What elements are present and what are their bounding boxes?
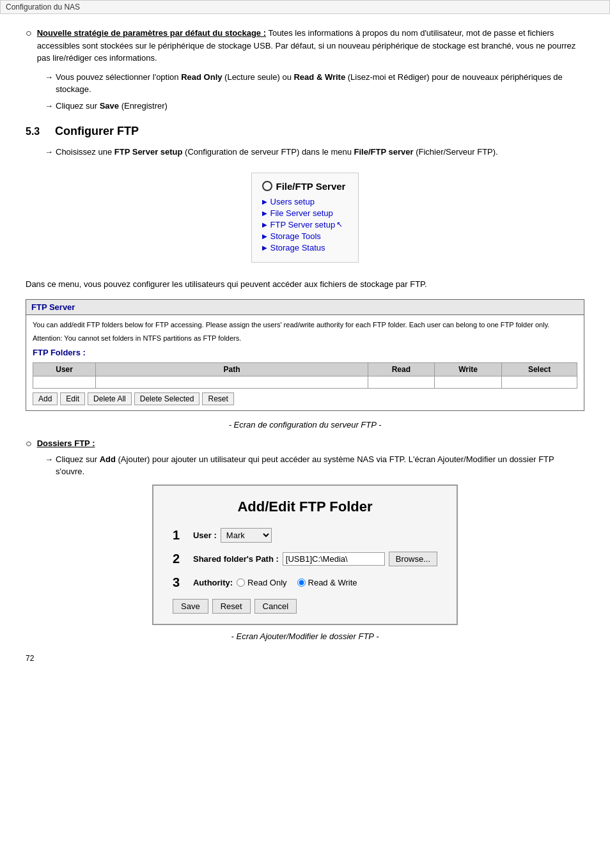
empty-cell-1 <box>33 376 96 388</box>
dossier-label: Dossiers FTP : <box>37 438 95 448</box>
ftp-buttons: Add Edit Delete All Delete Selected Rese… <box>33 392 577 405</box>
ftp-table-header-path: Path <box>96 362 368 376</box>
ftp-info-line-1: You can add/edit FTP folders below for F… <box>33 320 577 330</box>
form-label-user: User : <box>193 531 217 540</box>
menu-item-storage-status[interactable]: ▶ Storage Status <box>262 243 346 252</box>
arrow-icon-dossier: → <box>45 453 53 466</box>
ftp-info-line-2: Attention: You cannot set folders in NTF… <box>33 334 577 343</box>
form-row-user: 1 User : Mark Admin Guest <box>173 528 437 543</box>
caption-1: - Ecran de configuration du serveur FTP … <box>26 420 584 430</box>
form-label-authority: Authority: <box>193 578 233 587</box>
ftp-server-body: You can add/edit FTP folders below for F… <box>26 315 584 410</box>
radio-read-write-input[interactable] <box>297 578 306 587</box>
form-cancel-button[interactable]: Cancel <box>254 599 297 614</box>
circle-bullet-dossier: ○ <box>26 438 32 449</box>
add-edit-ftp-folder: Add/Edit FTP Folder 1 User : Mark Admin … <box>152 484 458 625</box>
caption-2: - Ecran Ajouter/Modifier le dossier FTP … <box>26 632 584 641</box>
form-row-authority: 3 Authority: Read Only Read & Write <box>173 575 437 590</box>
add-edit-title: Add/Edit FTP Folder <box>173 499 437 515</box>
menu-circle-icon <box>262 181 272 191</box>
section-arrow: → Choisissez une FTP Server setup (Confi… <box>45 146 584 159</box>
arrow-icon-2: → <box>45 100 53 112</box>
form-reset-button[interactable]: Reset <box>212 599 251 614</box>
form-label-path: Shared folder's Path : <box>193 554 279 564</box>
section-title: Configurer FTP <box>55 125 139 138</box>
form-buttons: Save Reset Cancel <box>173 599 437 614</box>
triangle-icon-2: ▶ <box>262 210 267 217</box>
radio-read-only[interactable]: Read Only <box>237 578 286 587</box>
bullet-text-1: Nouvelle stratégie de paramètres par déf… <box>37 27 584 65</box>
menu-item-label-5: Storage Status <box>270 243 325 252</box>
form-number-2: 2 <box>173 552 188 566</box>
add-edit-center-block: Add/Edit FTP Folder 1 User : Mark Admin … <box>26 484 584 625</box>
cursor-icon: ↖ <box>336 220 343 229</box>
arrow-item-1: → Vous pouvez sélectionner l'option Read… <box>45 71 584 96</box>
arrow-text-1: Vous pouvez sélectionner l'option Read O… <box>56 71 584 96</box>
menu-item-label-3: FTP Server setup <box>270 220 336 229</box>
ftp-add-button[interactable]: Add <box>33 392 58 405</box>
path-input[interactable] <box>283 552 385 566</box>
ftp-table-header-select: Select <box>502 362 577 376</box>
radio-read-write-label: Read & Write <box>308 578 357 587</box>
menu-item-label-4: Storage Tools <box>270 231 321 241</box>
dossier-arrow: → Cliquez sur Add (Ajouter) pour ajouter… <box>45 453 584 478</box>
section-arrow-text: Choisissez une FTP Server setup (Configu… <box>56 146 498 159</box>
menu-item-users-setup[interactable]: ▶ Users setup <box>262 197 346 206</box>
menu-item-label-1: Users setup <box>270 197 315 206</box>
dossier-arrow-text: Cliquez sur Add (Ajouter) pour ajouter u… <box>56 453 584 478</box>
radio-read-only-label: Read Only <box>247 578 286 587</box>
ftp-table-header-user: User <box>33 362 96 376</box>
form-number-1: 1 <box>173 528 188 543</box>
triangle-icon-3: ▶ <box>262 221 267 228</box>
menu-item-ftp-server-setup[interactable]: ▶ FTP Server setup ↖ <box>262 220 346 229</box>
dossier-heading: ○ Dossiers FTP : <box>26 437 584 449</box>
triangle-icon-1: ▶ <box>262 198 267 205</box>
page-number: 72 <box>26 654 584 663</box>
bullet-bold-underline-1: Nouvelle stratégie de paramètres par déf… <box>37 28 266 38</box>
paragraph-1: Dans ce menu, vous pouvez configurer les… <box>26 278 584 291</box>
menu-item-label-2: File Server setup <box>270 208 333 218</box>
section-number: 5.3 <box>26 126 45 137</box>
triangle-icon-5: ▶ <box>262 244 267 251</box>
page-header: Configuration du NAS <box>0 0 610 14</box>
radio-read-only-input[interactable] <box>237 578 245 587</box>
ftp-edit-button[interactable]: Edit <box>60 392 85 405</box>
empty-cell-4 <box>434 376 501 388</box>
empty-cell-2 <box>96 376 368 388</box>
ftp-table-header-read: Read <box>368 362 434 376</box>
triangle-icon-4: ▶ <box>262 233 267 240</box>
menu-item-file-server-setup[interactable]: ▶ File Server setup <box>262 208 346 218</box>
ftp-folders-label: FTP Folders : <box>33 348 577 357</box>
empty-cell-3 <box>368 376 434 388</box>
page-header-text: Configuration du NAS <box>6 3 80 12</box>
menu-title: File/FTP Server <box>262 181 346 192</box>
browse-button[interactable]: Browse... <box>389 552 437 566</box>
form-number-3: 3 <box>173 575 188 590</box>
ftp-delete-selected-button[interactable]: Delete Selected <box>134 392 200 405</box>
empty-cell-5 <box>502 376 577 388</box>
table-row-empty <box>33 376 577 388</box>
arrow-icon-3: → <box>45 146 53 159</box>
arrow-text-2: Cliquez sur Save (Enregistrer) <box>56 100 168 112</box>
circle-bullet-1: ○ <box>26 27 32 39</box>
menu-item-storage-tools[interactable]: ▶ Storage Tools <box>262 231 346 241</box>
ftp-table: User Path Read Write Select <box>33 362 577 389</box>
arrow-item-2: → Cliquez sur Save (Enregistrer) <box>45 100 584 112</box>
ftp-table-header-write: Write <box>434 362 501 376</box>
ftp-server-header: FTP Server <box>26 300 584 315</box>
ftp-reset-button[interactable]: Reset <box>202 392 233 405</box>
ftp-delete-all-button[interactable]: Delete All <box>88 392 132 405</box>
form-row-path: 2 Shared folder's Path : Browse... <box>173 552 437 566</box>
arrow-icon-1: → <box>45 71 53 84</box>
authority-radio-group: Read Only Read & Write <box>237 578 357 587</box>
file-ftp-server-menu: File/FTP Server ▶ Users setup ▶ File Ser… <box>251 173 359 263</box>
dossier-section: ○ Dossiers FTP : → Cliquez sur Add (Ajou… <box>26 437 584 478</box>
form-save-button[interactable]: Save <box>173 599 208 614</box>
radio-read-write[interactable]: Read & Write <box>297 578 357 587</box>
user-select[interactable]: Mark Admin Guest <box>221 528 272 543</box>
menu-center-block: File/FTP Server ▶ Users setup ▶ File Ser… <box>26 165 584 270</box>
section-heading: 5.3 Configurer FTP <box>26 125 584 138</box>
ftp-server-box: FTP Server You can add/edit FTP folders … <box>26 299 584 411</box>
menu-title-text: File/FTP Server <box>276 181 346 192</box>
bullet-nouvelle-strategie: ○ Nouvelle stratégie de paramètres par d… <box>26 27 584 65</box>
